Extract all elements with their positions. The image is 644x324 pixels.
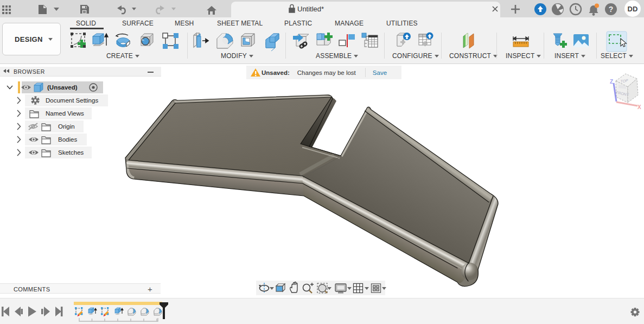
svg-text:Bodies: Bodies <box>58 136 77 143</box>
svg-text:Origin: Origin <box>58 123 75 130</box>
svg-text:Sketches: Sketches <box>58 149 84 156</box>
svg-text:Named Views: Named Views <box>46 110 84 117</box>
svg-text:X: X <box>637 104 641 110</box>
svg-text:Document Settings: Document Settings <box>46 97 98 104</box>
svg-text:Z: Z <box>610 79 613 85</box>
svg-text:?: ? <box>609 5 614 14</box>
svg-text:(Unsaved): (Unsaved) <box>47 84 78 91</box>
svg-text:DD: DD <box>628 5 638 13</box>
